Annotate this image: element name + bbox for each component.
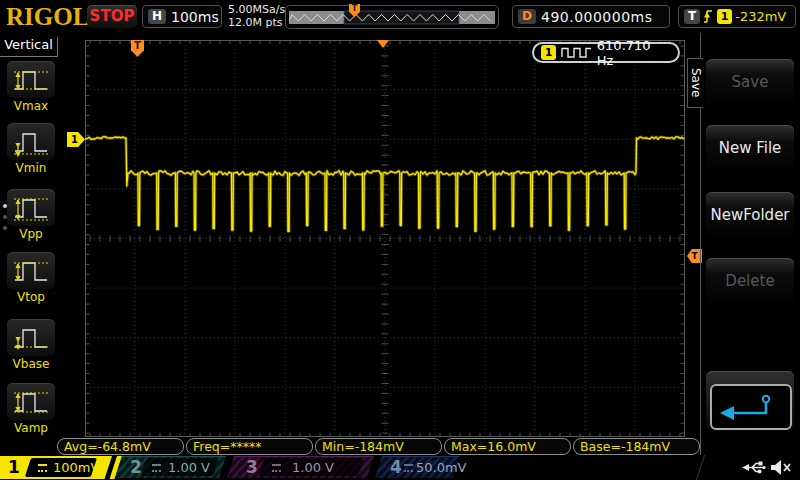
- vmin-label: Vmin: [7, 161, 55, 175]
- vmax-icon: [7, 61, 55, 98]
- measurement-freq: Freq=*****: [186, 438, 313, 455]
- measurement-avg: Avg=-64.8mV: [57, 438, 184, 455]
- channel1-zero-marker[interactable]: 1: [67, 132, 85, 147]
- vamp-button[interactable]: Vamp: [7, 383, 55, 435]
- horizontal-icon: H: [148, 9, 166, 24]
- trigger-icon: T: [684, 9, 700, 24]
- vmax-label: Vmax: [7, 99, 55, 113]
- square-wave-icon: [561, 46, 592, 59]
- usb-icon: [740, 459, 766, 476]
- acquisition-info: 5.00MSa/s 12.0M pts: [228, 3, 285, 29]
- page-dot: [3, 215, 7, 219]
- counter-value: 610.710 Hz: [597, 38, 671, 68]
- memory-waveform-icon: [289, 9, 495, 25]
- vtop-label: Vtop: [7, 290, 55, 304]
- vtop-button[interactable]: Vtop: [7, 252, 55, 304]
- delay-value: 490.000000ms: [541, 9, 653, 25]
- vamp-icon: [7, 383, 55, 420]
- trigger-slope-icon: [703, 9, 714, 24]
- vmin-button[interactable]: Vmin: [7, 123, 55, 175]
- left-menu: Vertical Vmax Vmin Vpp Vtop Vbase Vamp: [0, 33, 62, 455]
- memory-waveform-strip[interactable]: [285, 5, 499, 29]
- vmax-button[interactable]: Vmax: [7, 61, 55, 113]
- delete-button[interactable]: Delete: [706, 258, 794, 304]
- timebase-value: 100ms: [171, 9, 219, 25]
- right-menu-tab: Save: [687, 58, 703, 108]
- counter-source-badge: 1: [541, 45, 556, 60]
- channel-status-bar: 1 100mV 2 1.00 V 3 1.00 V 4 50.0mV: [0, 455, 800, 480]
- waveform-display: [85, 40, 685, 437]
- horizontal-timebase-box[interactable]: H 100ms: [142, 5, 222, 28]
- delay-icon: D: [518, 9, 536, 24]
- measurement-base: Base=-184mV: [573, 438, 700, 455]
- channel3-coupling-icon: [272, 464, 281, 472]
- channel2-number[interactable]: 2: [130, 456, 142, 479]
- vmin-icon: [7, 123, 55, 160]
- vbase-label: Vbase: [7, 357, 55, 371]
- channel2-scale: 1.00 V: [168, 459, 210, 476]
- vbase-button[interactable]: Vbase: [7, 319, 55, 371]
- channel4-scale: 50.0mV: [416, 459, 467, 476]
- new-file-button[interactable]: New File: [706, 125, 794, 171]
- rigol-logo: RIGOL: [6, 3, 89, 31]
- horizontal-center-marker: [377, 40, 389, 48]
- sample-rate: 5.00MSa/s: [228, 3, 285, 16]
- menu-back-button[interactable]: [706, 371, 794, 431]
- page-dot: [3, 226, 7, 230]
- trigger-info-box[interactable]: T 1 -232mV: [678, 5, 796, 28]
- vtop-icon: [7, 252, 55, 289]
- frequency-counter: 1 610.710 Hz: [532, 42, 680, 63]
- measurement-max: Max=16.0mV: [444, 438, 571, 455]
- vpp-icon: [7, 189, 55, 226]
- page-dot-active: [3, 204, 7, 208]
- channel3-scale: 1.00 V: [292, 459, 334, 476]
- channel1-scale: 100mV: [53, 459, 99, 476]
- save-button[interactable]: Save: [706, 59, 794, 105]
- speaker-muted-icon: [769, 458, 793, 477]
- status-bar-divider: [696, 455, 705, 480]
- channel4-number[interactable]: 4: [390, 456, 402, 479]
- new-folder-button[interactable]: NewFolder: [706, 192, 794, 238]
- trigger-level-value: -232mV: [735, 9, 786, 24]
- channel3-number[interactable]: 3: [246, 456, 258, 479]
- trigger-source-badge: 1: [717, 9, 732, 24]
- memory-depth: 12.0M pts: [228, 16, 285, 29]
- horizontal-delay-box[interactable]: D 490.000000ms: [512, 5, 670, 28]
- measurement-min: Min=-184mV: [315, 438, 442, 455]
- return-arrow-icon: [718, 392, 784, 422]
- channel1-number[interactable]: 1: [8, 456, 20, 479]
- menu-back-button-face: [710, 384, 792, 430]
- run-state-indicator[interactable]: STOP: [87, 5, 137, 28]
- oscilloscope-screen: RIGOL STOP H 100ms 5.00MSa/s 12.0M pts T…: [0, 0, 800, 480]
- vpp-label: Vpp: [7, 227, 55, 241]
- channel2-coupling-icon: [152, 464, 161, 472]
- left-menu-title: Vertical: [0, 37, 58, 57]
- channel4-coupling-icon: [404, 464, 413, 472]
- graticule-and-trace: [85, 40, 685, 437]
- vamp-label: Vamp: [7, 421, 55, 435]
- vpp-button[interactable]: Vpp: [7, 189, 55, 241]
- channel1-coupling-icon: [38, 464, 47, 472]
- vbase-icon: [7, 319, 55, 356]
